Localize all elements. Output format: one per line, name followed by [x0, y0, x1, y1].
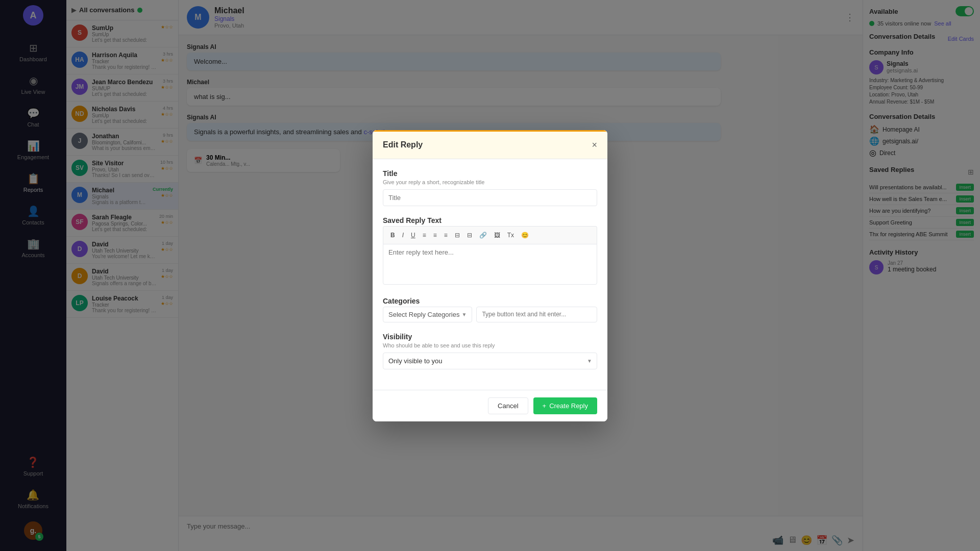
- emoji-button[interactable]: 😊: [518, 230, 532, 241]
- italic-button[interactable]: I: [399, 230, 407, 241]
- image-button[interactable]: 🖼: [491, 230, 503, 241]
- title-input[interactable]: [383, 189, 597, 206]
- plus-icon: +: [543, 402, 547, 410]
- title-hint: Give your reply a short, recognizable ti…: [383, 179, 597, 185]
- categories-row: Select Reply Categories ▼: [383, 307, 597, 322]
- edit-reply-modal: Edit Reply × Title Give your reply a sho…: [373, 130, 607, 421]
- underline-button[interactable]: U: [408, 230, 419, 241]
- modal-overlay: Edit Reply × Title Give your reply a sho…: [0, 0, 980, 551]
- align-center-button[interactable]: ≡: [430, 230, 440, 241]
- align-right-button[interactable]: ≡: [441, 230, 451, 241]
- close-button[interactable]: ×: [592, 140, 597, 151]
- create-reply-label: Create Reply: [549, 402, 588, 410]
- cancel-button[interactable]: Cancel: [488, 397, 528, 414]
- categories-dropdown[interactable]: Select Reply Categories ▼: [383, 307, 472, 322]
- ordered-list-button[interactable]: ⊟: [452, 230, 463, 241]
- visibility-label: Visibility: [383, 333, 597, 341]
- link-button[interactable]: 🔗: [476, 230, 490, 241]
- clear-format-button[interactable]: Tx: [504, 230, 517, 241]
- create-reply-button[interactable]: + Create Reply: [533, 397, 597, 414]
- visibility-select[interactable]: Only visible to you Visible to everyone: [383, 353, 597, 369]
- modal-footer: Cancel + Create Reply: [373, 390, 607, 421]
- tag-input[interactable]: [476, 307, 597, 322]
- visibility-section: Visibility Who should be able to see and…: [383, 333, 597, 369]
- modal-title: Edit Reply: [383, 140, 423, 149]
- align-left-button[interactable]: ≡: [420, 230, 429, 241]
- title-label: Title: [383, 169, 597, 178]
- bold-button[interactable]: B: [387, 230, 398, 241]
- reply-text-section: Saved Reply Text B I U ≡ ≡ ≡ ⊟ ⊟ 🔗 🖼 Tx …: [383, 216, 597, 287]
- editor-toolbar: B I U ≡ ≡ ≡ ⊟ ⊟ 🔗 🖼 Tx 😊: [383, 226, 597, 244]
- modal-body: Title Give your reply a short, recogniza…: [373, 159, 607, 390]
- visibility-wrapper: Only visible to you Visible to everyone: [383, 353, 597, 369]
- unordered-list-button[interactable]: ⊟: [464, 230, 475, 241]
- reply-text-input[interactable]: [383, 244, 597, 285]
- title-section: Title Give your reply a short, recogniza…: [383, 169, 597, 206]
- visibility-hint: Who should be able to see and use this r…: [383, 342, 597, 348]
- reply-text-label: Saved Reply Text: [383, 216, 597, 224]
- categories-dropdown-label: Select Reply Categories: [388, 311, 459, 318]
- modal-header: Edit Reply ×: [373, 130, 607, 159]
- categories-label: Categories: [383, 297, 597, 305]
- chevron-down-icon: ▼: [461, 312, 467, 317]
- categories-section: Categories Select Reply Categories ▼: [383, 297, 597, 322]
